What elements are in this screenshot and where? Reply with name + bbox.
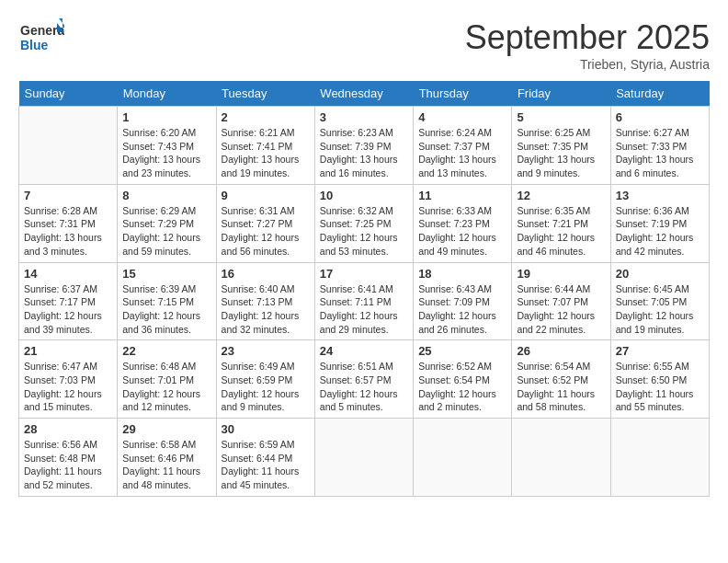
day-number: 16 bbox=[222, 267, 310, 281]
day-number: 26 bbox=[517, 344, 605, 358]
day-number: 1 bbox=[122, 110, 210, 124]
calendar-cell bbox=[414, 419, 512, 497]
calendar-cell: 13Sunrise: 6:36 AM Sunset: 7:19 PM Dayli… bbox=[610, 184, 709, 262]
day-info: Sunrise: 6:25 AM Sunset: 7:35 PM Dayligh… bbox=[517, 126, 605, 180]
day-info: Sunrise: 6:43 AM Sunset: 7:09 PM Dayligh… bbox=[418, 282, 506, 337]
day-number: 10 bbox=[320, 189, 408, 202]
day-of-week-header: Wednesday bbox=[314, 81, 413, 107]
day-number: 27 bbox=[616, 344, 704, 358]
calendar-cell: 6Sunrise: 6:27 AM Sunset: 7:33 PM Daylig… bbox=[610, 107, 709, 185]
day-number: 25 bbox=[418, 344, 506, 358]
calendar-cell: 5Sunrise: 6:25 AM Sunset: 7:35 PM Daylig… bbox=[512, 107, 610, 185]
day-number: 17 bbox=[320, 267, 408, 281]
day-number: 21 bbox=[24, 344, 112, 358]
day-info: Sunrise: 6:27 AM Sunset: 7:33 PM Dayligh… bbox=[616, 126, 704, 180]
day-number: 4 bbox=[418, 110, 506, 124]
calendar-week-row: 21Sunrise: 6:47 AM Sunset: 7:03 PM Dayli… bbox=[19, 340, 710, 419]
day-number: 30 bbox=[222, 422, 310, 436]
calendar-week-row: 28Sunrise: 6:56 AM Sunset: 6:48 PM Dayli… bbox=[19, 419, 710, 497]
calendar-cell: 7Sunrise: 6:28 AM Sunset: 7:31 PM Daylig… bbox=[19, 184, 118, 262]
calendar-cell: 16Sunrise: 6:40 AM Sunset: 7:13 PM Dayli… bbox=[216, 262, 314, 340]
day-number: 5 bbox=[517, 110, 605, 124]
day-info: Sunrise: 6:45 AM Sunset: 7:05 PM Dayligh… bbox=[616, 282, 704, 337]
calendar-cell: 1Sunrise: 6:20 AM Sunset: 7:43 PM Daylig… bbox=[118, 107, 216, 185]
page-header: General Blue September 2025 Trieben, Sty… bbox=[18, 18, 710, 72]
day-info: Sunrise: 6:35 AM Sunset: 7:21 PM Dayligh… bbox=[517, 204, 605, 259]
day-info: Sunrise: 6:54 AM Sunset: 6:52 PM Dayligh… bbox=[517, 360, 605, 414]
day-of-week-header: Saturday bbox=[610, 81, 709, 107]
day-info: Sunrise: 6:49 AM Sunset: 6:59 PM Dayligh… bbox=[222, 360, 310, 414]
day-number: 28 bbox=[24, 422, 112, 436]
calendar-cell: 9Sunrise: 6:31 AM Sunset: 7:27 PM Daylig… bbox=[216, 184, 314, 262]
day-info: Sunrise: 6:33 AM Sunset: 7:23 PM Dayligh… bbox=[418, 204, 506, 259]
svg-text:Blue: Blue bbox=[20, 38, 49, 52]
day-number: 22 bbox=[122, 344, 210, 358]
day-info: Sunrise: 6:44 AM Sunset: 7:07 PM Dayligh… bbox=[517, 282, 605, 337]
day-info: Sunrise: 6:24 AM Sunset: 7:37 PM Dayligh… bbox=[418, 126, 506, 180]
day-number: 8 bbox=[122, 189, 210, 202]
calendar-cell: 11Sunrise: 6:33 AM Sunset: 7:23 PM Dayli… bbox=[414, 184, 512, 262]
day-number: 15 bbox=[122, 267, 210, 281]
calendar-week-row: 7Sunrise: 6:28 AM Sunset: 7:31 PM Daylig… bbox=[19, 184, 710, 262]
day-number: 13 bbox=[616, 189, 704, 202]
calendar-cell: 18Sunrise: 6:43 AM Sunset: 7:09 PM Dayli… bbox=[414, 262, 512, 340]
day-info: Sunrise: 6:36 AM Sunset: 7:19 PM Dayligh… bbox=[616, 204, 704, 259]
calendar-week-row: 1Sunrise: 6:20 AM Sunset: 7:43 PM Daylig… bbox=[19, 107, 710, 185]
calendar-cell: 25Sunrise: 6:52 AM Sunset: 6:54 PM Dayli… bbox=[414, 340, 512, 419]
day-number: 18 bbox=[418, 267, 506, 281]
calendar-cell bbox=[610, 419, 709, 497]
day-number: 14 bbox=[24, 267, 112, 281]
calendar-cell: 3Sunrise: 6:23 AM Sunset: 7:39 PM Daylig… bbox=[314, 107, 413, 185]
calendar-cell: 27Sunrise: 6:55 AM Sunset: 6:50 PM Dayli… bbox=[610, 340, 709, 419]
day-number: 23 bbox=[222, 344, 310, 358]
month-title: September 2025 bbox=[465, 18, 710, 57]
calendar-cell: 22Sunrise: 6:48 AM Sunset: 7:01 PM Dayli… bbox=[118, 340, 216, 419]
day-info: Sunrise: 6:58 AM Sunset: 6:46 PM Dayligh… bbox=[122, 438, 210, 492]
calendar-cell: 21Sunrise: 6:47 AM Sunset: 7:03 PM Dayli… bbox=[19, 340, 118, 419]
day-info: Sunrise: 6:48 AM Sunset: 7:01 PM Dayligh… bbox=[122, 360, 210, 414]
title-section: September 2025 Trieben, Styria, Austria bbox=[465, 18, 710, 72]
day-number: 20 bbox=[616, 267, 704, 281]
calendar-cell: 26Sunrise: 6:54 AM Sunset: 6:52 PM Dayli… bbox=[512, 340, 610, 419]
day-info: Sunrise: 6:28 AM Sunset: 7:31 PM Dayligh… bbox=[24, 204, 112, 259]
day-number: 11 bbox=[418, 189, 506, 202]
day-info: Sunrise: 6:21 AM Sunset: 7:41 PM Dayligh… bbox=[222, 126, 310, 180]
day-number: 3 bbox=[320, 110, 408, 124]
day-of-week-header: Sunday bbox=[19, 81, 118, 107]
logo: General Blue bbox=[18, 18, 68, 55]
day-info: Sunrise: 6:47 AM Sunset: 7:03 PM Dayligh… bbox=[24, 360, 112, 414]
day-info: Sunrise: 6:29 AM Sunset: 7:29 PM Dayligh… bbox=[122, 204, 210, 259]
calendar-header-row: SundayMondayTuesdayWednesdayThursdayFrid… bbox=[19, 81, 710, 107]
day-info: Sunrise: 6:56 AM Sunset: 6:48 PM Dayligh… bbox=[24, 438, 112, 492]
day-info: Sunrise: 6:23 AM Sunset: 7:39 PM Dayligh… bbox=[320, 126, 408, 180]
calendar-cell: 12Sunrise: 6:35 AM Sunset: 7:21 PM Dayli… bbox=[512, 184, 610, 262]
day-info: Sunrise: 6:51 AM Sunset: 6:57 PM Dayligh… bbox=[320, 360, 408, 414]
calendar-cell: 15Sunrise: 6:39 AM Sunset: 7:15 PM Dayli… bbox=[118, 262, 216, 340]
day-info: Sunrise: 6:40 AM Sunset: 7:13 PM Dayligh… bbox=[222, 282, 310, 337]
calendar-cell: 4Sunrise: 6:24 AM Sunset: 7:37 PM Daylig… bbox=[414, 107, 512, 185]
day-info: Sunrise: 6:55 AM Sunset: 6:50 PM Dayligh… bbox=[616, 360, 704, 414]
day-info: Sunrise: 6:37 AM Sunset: 7:17 PM Dayligh… bbox=[24, 282, 112, 337]
location-subtitle: Trieben, Styria, Austria bbox=[465, 57, 710, 72]
day-number: 7 bbox=[24, 189, 112, 202]
calendar-cell: 23Sunrise: 6:49 AM Sunset: 6:59 PM Dayli… bbox=[216, 340, 314, 419]
day-info: Sunrise: 6:59 AM Sunset: 6:44 PM Dayligh… bbox=[222, 438, 310, 492]
day-info: Sunrise: 6:39 AM Sunset: 7:15 PM Dayligh… bbox=[122, 282, 210, 337]
day-of-week-header: Friday bbox=[512, 81, 610, 107]
day-number: 9 bbox=[222, 189, 310, 202]
calendar-cell: 29Sunrise: 6:58 AM Sunset: 6:46 PM Dayli… bbox=[118, 419, 216, 497]
day-info: Sunrise: 6:32 AM Sunset: 7:25 PM Dayligh… bbox=[320, 204, 408, 259]
calendar-cell: 20Sunrise: 6:45 AM Sunset: 7:05 PM Dayli… bbox=[610, 262, 709, 340]
calendar-cell: 14Sunrise: 6:37 AM Sunset: 7:17 PM Dayli… bbox=[19, 262, 118, 340]
calendar-cell: 19Sunrise: 6:44 AM Sunset: 7:07 PM Dayli… bbox=[512, 262, 610, 340]
calendar-cell: 30Sunrise: 6:59 AM Sunset: 6:44 PM Dayli… bbox=[216, 419, 314, 497]
calendar-cell: 8Sunrise: 6:29 AM Sunset: 7:29 PM Daylig… bbox=[118, 184, 216, 262]
logo-icon: General Blue bbox=[18, 18, 64, 55]
day-info: Sunrise: 6:41 AM Sunset: 7:11 PM Dayligh… bbox=[320, 282, 408, 337]
day-number: 19 bbox=[517, 267, 605, 281]
day-number: 2 bbox=[222, 110, 310, 124]
calendar-cell: 10Sunrise: 6:32 AM Sunset: 7:25 PM Dayli… bbox=[314, 184, 413, 262]
day-number: 12 bbox=[517, 189, 605, 202]
day-info: Sunrise: 6:20 AM Sunset: 7:43 PM Dayligh… bbox=[122, 126, 210, 180]
day-of-week-header: Monday bbox=[118, 81, 216, 107]
